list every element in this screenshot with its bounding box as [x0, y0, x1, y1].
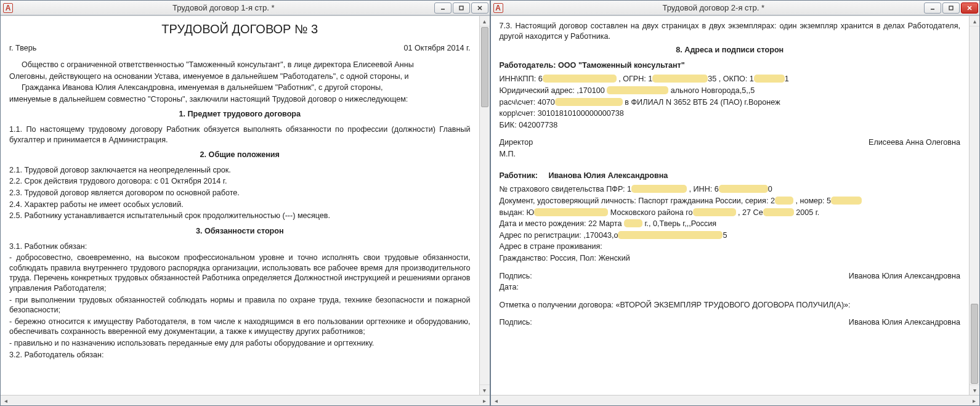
legal-addr-label: Юридический адрес: ,170100	[500, 86, 605, 95]
window-title: Трудовой договор 1-я стр. *	[17, 3, 431, 12]
vertical-scrollbar[interactable]: ▴ ▾	[969, 16, 979, 395]
director-label: Директор	[500, 137, 533, 148]
redacted	[652, 75, 708, 83]
titlebar[interactable]: A Трудовой договор 1-я стр. *	[1, 1, 490, 15]
redacted	[754, 75, 785, 83]
minimize-button[interactable]	[924, 2, 941, 14]
scroll-up-arrow[interactable]: ▴	[480, 16, 490, 26]
employee-label: Работник:	[500, 171, 538, 180]
signature-label: Подпись:	[500, 271, 532, 282]
scroll-thumb[interactable]	[971, 304, 978, 384]
pfr-tail: 0	[768, 185, 772, 193]
employee-citizenship: Гражданство: Россия, Пол: Женский	[500, 253, 961, 264]
pfr-label: № страхового свидетельства ПФР: 1	[500, 185, 632, 193]
list-item: - добросовестно, своевременно, на высоко…	[9, 253, 471, 293]
signature2-label: Подпись:	[500, 317, 532, 328]
redacted	[763, 208, 794, 216]
window-controls	[924, 2, 978, 14]
receipt-note: Отметка о получении договора: «ВТОРОЙ ЭК…	[500, 300, 961, 311]
section-2-title: 2. Общие положения	[9, 150, 471, 160]
redacted	[719, 185, 768, 193]
maximize-button[interactable]	[942, 2, 960, 14]
redacted	[543, 75, 617, 83]
svg-rect-5	[949, 6, 953, 10]
doc-num-label: , номер: 5	[795, 197, 831, 205]
employee-reg-addr: Адрес по регистрации: ,170043,о5	[500, 230, 961, 241]
close-button[interactable]	[471, 2, 488, 14]
okpo-tail: 1	[785, 75, 789, 83]
redacted	[631, 185, 687, 193]
director-name: Елисеева Анна Олеговна	[869, 137, 960, 148]
p-7-3: 7.3. Настоящий договор составлен на двух…	[500, 21, 961, 41]
issued-year: 2005 г.	[794, 208, 820, 217]
scroll-right-arrow[interactable]: ▸	[969, 397, 979, 404]
s1-p1: 1.1. По настоящему трудовому договору Ра…	[9, 124, 471, 145]
employer-heading: Работодатель: ООО "Таможенный консультан…	[500, 60, 961, 71]
legal-addr-tail: ального Новгорода,5,,5	[671, 86, 755, 95]
window-page-2: A Трудовой договор 2-я стр. * 7.3. Насто…	[490, 0, 981, 406]
redacted	[607, 86, 668, 94]
redacted	[618, 231, 723, 239]
employee-name: Иванова Юлия Александровна	[548, 171, 668, 180]
employee-birth: Дата и место рождения: 22 Марта г., 0,Тв…	[500, 219, 961, 229]
document-body[interactable]: 7.3. Настоящий договор составлен на двух…	[491, 16, 970, 395]
redacted	[831, 197, 862, 205]
inn-label: ИНН\КПП: 6	[500, 75, 543, 83]
minimize-button[interactable]	[434, 2, 452, 14]
redacted	[624, 219, 642, 227]
vertical-scrollbar[interactable]: ▴ ▾	[479, 16, 490, 395]
ogrn-label: , ОГРН: 1	[618, 75, 652, 83]
employer-rs: расч\счет: 4070 в ФИЛИАЛ N 3652 ВТБ 24 (…	[500, 97, 961, 108]
list-item: 2.3. Трудовой договор является договором…	[9, 188, 471, 198]
reg-addr-label: Адрес по регистрации: ,170043,о	[500, 231, 618, 240]
city: г. Тверь	[9, 43, 36, 54]
doc-label: Документ, удостоверяющий личность: Паспо…	[500, 197, 775, 205]
s3-2-head: 3.2. Работодатель обязан:	[9, 350, 471, 360]
list-item: - правильно и по назначению использовать…	[9, 338, 471, 349]
redacted	[555, 98, 623, 106]
employee-live-addr: Адрес в стране проживания:	[500, 242, 961, 252]
scroll-down-arrow[interactable]: ▾	[480, 384, 490, 395]
scroll-down-arrow[interactable]: ▾	[970, 384, 979, 395]
redacted	[775, 197, 793, 205]
desktop: A Трудовой договор 1-я стр. * ТРУДОВОЙ Д…	[0, 0, 980, 406]
rs-label: расч\счет: 4070	[500, 98, 555, 107]
horizontal-scrollbar[interactable]: ◂ ▸	[1, 395, 490, 405]
list-item: 2.2. Срок действия трудового договора: с…	[9, 176, 471, 187]
mp-stamp: М.П.	[500, 149, 961, 160]
redacted	[693, 208, 736, 216]
close-button[interactable]	[961, 2, 978, 14]
rs-tail: в ФИЛИАЛ N 3652 ВТБ 24 (ПАО) г.Воронеж	[625, 98, 780, 107]
scroll-right-arrow[interactable]: ▸	[479, 397, 490, 404]
section-1-title: 1. Предмет трудового договора	[9, 109, 471, 120]
section-3-title: 3. Обязанности сторон	[9, 226, 471, 237]
scroll-left-arrow[interactable]: ◂	[1, 397, 11, 404]
list-item: - при выполнении трудовых обязанностей с…	[9, 295, 471, 315]
signature-date-label: Дата:	[500, 282, 961, 293]
employee-heading: Работник: Иванова Юлия Александровна	[500, 171, 961, 181]
list-item: 2.4. Характер работы не имеет особых усл…	[9, 200, 471, 210]
titlebar[interactable]: A Трудовой договор 2-я стр. *	[491, 1, 980, 15]
scroll-left-arrow[interactable]: ◂	[491, 397, 501, 404]
issued-label: выдан: Ю	[500, 208, 535, 217]
employee-pfr: № страхового свидетельства ПФР: 1 , ИНН:…	[500, 184, 961, 195]
scroll-up-arrow[interactable]: ▴	[970, 16, 979, 26]
employer-inn-line: ИНН\КПП: 6 , ОГРН: 135 , ОКПО: 11	[500, 74, 961, 84]
reg-addr-tail: 5	[723, 231, 727, 240]
window-title: Трудовой договор 2-я стр. *	[507, 3, 921, 12]
scroll-thumb[interactable]	[481, 27, 488, 107]
list-item: 2.5. Работнику устанавливается испытател…	[9, 211, 471, 221]
redacted	[534, 208, 608, 216]
doc-date: 01 Октября 2014 г.	[403, 43, 470, 54]
maximize-button[interactable]	[453, 2, 470, 14]
employee-issued: выдан: Ю Московского района го , 27 Се 2…	[500, 208, 961, 218]
section-8-title: 8. Адреса и подписи сторон	[500, 45, 961, 55]
preamble-line: Общество с ограниченной ответственностью…	[9, 60, 471, 70]
document-body[interactable]: ТРУДОВОЙ ДОГОВОР № 3 г. Тверь 01 Октября…	[1, 16, 479, 395]
horizontal-scrollbar[interactable]: ◂ ▸	[491, 395, 980, 405]
pfr-inn-label: , ИНН: 6	[689, 185, 719, 193]
s3-1-head: 3.1. Работник обязан:	[9, 242, 471, 252]
issued-tail: , 27 Се	[738, 208, 763, 217]
preamble-line: именуемые в дальнейшем совместно "Сторон…	[9, 94, 471, 105]
preamble-line: Гражданка Иванова Юлия Александровна, им…	[9, 83, 471, 93]
